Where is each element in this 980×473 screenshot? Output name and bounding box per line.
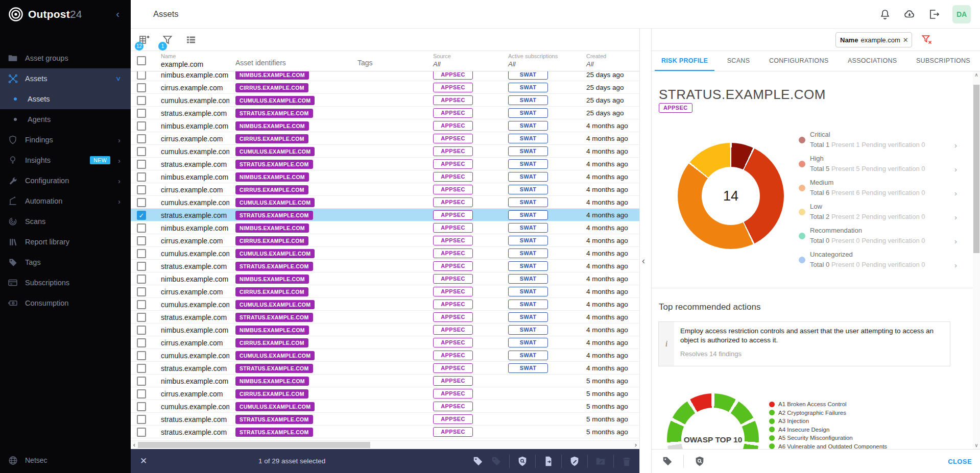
row-checkbox[interactable]	[137, 249, 146, 258]
row-checkbox[interactable]	[137, 402, 146, 411]
tab-associations[interactable]: ASSOCIATIONS	[841, 51, 903, 71]
row-checkbox[interactable]	[137, 351, 146, 360]
chevron-right-icon[interactable]: ›	[954, 237, 957, 245]
sidebar-item-findings[interactable]: Findings ›	[0, 130, 131, 150]
chevron-right-icon[interactable]: ›	[954, 141, 957, 150]
row-checkbox[interactable]	[137, 198, 146, 207]
table-row[interactable]: stratus.example.comSTRATUS.EXAMPLE.COMAP…	[131, 107, 639, 119]
table-row[interactable]: nimbus.example.comNIMBUS.EXAMPLE.COMAPPS…	[131, 71, 639, 81]
chevron-right-icon[interactable]: ›	[954, 213, 957, 221]
panel-tag-icon[interactable]	[662, 456, 673, 467]
name-filter-chip[interactable]: Name example.com ✕	[835, 32, 912, 47]
cloud-download-icon[interactable]	[903, 8, 916, 20]
vscroll-thumb[interactable]	[973, 85, 979, 253]
table-row[interactable]: cumulus.example.comCUMULUS.EXAMPLE.COMAP…	[131, 94, 639, 107]
table-row[interactable]: nimbus.example.comNIMBUS.EXAMPLE.COMAPPS…	[131, 221, 639, 234]
row-checkbox[interactable]	[137, 364, 146, 373]
severity-item[interactable]: LowTotal 2 Present 2 Pending verificatio…	[799, 201, 957, 225]
row-checkbox[interactable]	[137, 172, 146, 182]
table-row[interactable]: stratus.example.comSTRATUS.EXAMPLE.COMAP…	[131, 413, 639, 426]
sidebar-item-report-library[interactable]: Report library	[0, 232, 131, 252]
column-header-identifiers[interactable]: Asset identifiers	[229, 51, 351, 71]
column-header-created[interactable]: Created All	[580, 51, 639, 71]
sidebar-collapse-icon[interactable]: ‹	[116, 8, 119, 20]
sidebar-item-scans[interactable]: Scans	[0, 211, 131, 232]
chevron-right-icon[interactable]: ›	[954, 261, 957, 269]
row-checkbox[interactable]	[137, 338, 146, 347]
sidebar-item-assets[interactable]: Assets ˅	[0, 68, 131, 89]
row-checkbox[interactable]	[137, 313, 146, 322]
row-checkbox[interactable]	[137, 147, 146, 156]
table-row[interactable]: cumulus.example.comCUMULUS.EXAMPLE.COMAP…	[131, 400, 639, 413]
table-row[interactable]: nimbus.example.comNIMBUS.EXAMPLE.COMAPPS…	[131, 170, 639, 183]
row-checkbox[interactable]	[137, 275, 146, 284]
sidebar-item-consumption[interactable]: Consumption	[0, 293, 131, 313]
tab-risk-profile[interactable]: RISK PROFILE	[655, 51, 714, 71]
scroll-left-icon[interactable]: ‹	[131, 441, 138, 449]
row-checkbox[interactable]	[137, 428, 146, 437]
table-row[interactable]: cumulus.example.comCUMULUS.EXAMPLE.COMAP…	[131, 349, 639, 362]
table-row[interactable]: nimbus.example.comNIMBUS.EXAMPLE.COMAPPS…	[131, 375, 639, 387]
chevron-right-icon[interactable]: ›	[954, 165, 957, 173]
row-checkbox[interactable]	[137, 185, 146, 194]
panel-scan-icon[interactable]	[694, 456, 705, 467]
severity-item[interactable]: CriticalTotal 1 Present 1 Pending verifi…	[799, 129, 957, 153]
severity-item[interactable]: RecommendationTotal 0 Present 0 Pending …	[799, 225, 957, 248]
table-row[interactable]: ✓stratus.example.comSTRATUS.EXAMPLE.COMA…	[131, 209, 639, 221]
table-row[interactable]: nimbus.example.comNIMBUS.EXAMPLE.COMAPPS…	[131, 323, 639, 336]
row-checkbox[interactable]	[137, 71, 146, 80]
table-row[interactable]: stratus.example.comSTRATUS.EXAMPLE.COMAP…	[131, 362, 639, 375]
row-checkbox[interactable]	[137, 236, 146, 245]
close-panel-button[interactable]: CLOSE	[948, 458, 972, 465]
sidebar-item-automation[interactable]: Automation ›	[0, 191, 131, 211]
table-row[interactable]: cirrus.example.comCIRRUS.EXAMPLE.COMAPPS…	[131, 183, 639, 196]
chip-remove-icon[interactable]: ✕	[903, 36, 909, 44]
scroll-right-icon[interactable]: ›	[632, 441, 639, 449]
avatar[interactable]: DA	[952, 5, 971, 23]
tab-subscriptions[interactable]: SUBSCRIPTIONS	[910, 51, 977, 71]
table-row[interactable]: cirrus.example.comCIRRUS.EXAMPLE.COMAPPS…	[131, 132, 639, 145]
table-row[interactable]: cirrus.example.comCIRRUS.EXAMPLE.COMAPPS…	[131, 336, 639, 349]
sidebar-item-agents[interactable]: Agents	[0, 109, 131, 130]
delete-icon[interactable]	[621, 456, 632, 467]
table-row[interactable]: nimbus.example.comNIMBUS.EXAMPLE.COMAPPS…	[131, 272, 639, 285]
sidebar-item-insights[interactable]: Insights NEW ›	[0, 150, 131, 170]
row-checkbox[interactable]	[137, 326, 146, 335]
row-checkbox[interactable]	[137, 377, 146, 386]
sidebar-item-configuration[interactable]: Configuration ›	[0, 170, 131, 191]
table-row[interactable]: cirrus.example.comCIRRUS.EXAMPLE.COMAPPS…	[131, 285, 639, 298]
row-checkbox[interactable]	[137, 109, 146, 118]
table-row[interactable]: stratus.example.comSTRATUS.EXAMPLE.COMAP…	[131, 260, 639, 272]
row-checkbox[interactable]	[137, 262, 146, 271]
remove-tag-icon[interactable]	[491, 456, 502, 467]
severity-item[interactable]: UncategorizedTotal 0 Present 0 Pending v…	[799, 248, 957, 272]
scroll-up-icon[interactable]: ∧	[973, 71, 980, 79]
filter-icon[interactable]: 1	[161, 34, 174, 46]
close-selection-icon[interactable]: ✕	[140, 456, 147, 466]
table-row[interactable]: stratus.example.comSTRATUS.EXAMPLE.COMAP…	[131, 311, 639, 323]
notifications-bell-icon[interactable]	[879, 8, 891, 20]
panel-scrollbar[interactable]: ∧ ∨	[973, 71, 980, 449]
horizontal-scrollbar[interactable]: ‹ ›	[131, 440, 639, 449]
edit-shield-icon[interactable]	[569, 456, 580, 467]
tab-scans[interactable]: SCANS	[721, 51, 757, 71]
sidebar-footer[interactable]: Netsec	[0, 447, 131, 473]
row-checkbox[interactable]	[137, 287, 146, 296]
row-checkbox[interactable]: ✓	[137, 211, 146, 220]
table-row[interactable]: cumulus.example.comCUMULUS.EXAMPLE.COMAP…	[131, 298, 639, 311]
column-header-name[interactable]: Name example.com	[155, 51, 229, 71]
column-header-source[interactable]: Source All	[427, 51, 502, 71]
scroll-down-icon[interactable]: ∨	[973, 442, 980, 449]
severity-item[interactable]: HighTotal 5 Present 5 Pending verificati…	[799, 153, 957, 177]
table-row[interactable]: cumulus.example.comCUMULUS.EXAMPLE.COMAP…	[131, 196, 639, 209]
subscriptions-filter-value[interactable]: All	[508, 59, 580, 68]
row-checkbox[interactable]	[137, 96, 146, 105]
sidebar-item-subscriptions[interactable]: Subscriptions	[0, 272, 131, 293]
table-row[interactable]: stratus.example.comSTRATUS.EXAMPLE.COMAP…	[131, 426, 639, 438]
select-all-checkbox[interactable]	[137, 56, 146, 65]
chevron-right-icon[interactable]: ›	[954, 189, 957, 197]
row-checkbox[interactable]	[137, 121, 146, 131]
table-row[interactable]: cumulus.example.comCUMULUS.EXAMPLE.COMAP…	[131, 247, 639, 260]
sign-out-icon[interactable]	[928, 8, 940, 20]
source-filter-value[interactable]: All	[433, 59, 502, 68]
